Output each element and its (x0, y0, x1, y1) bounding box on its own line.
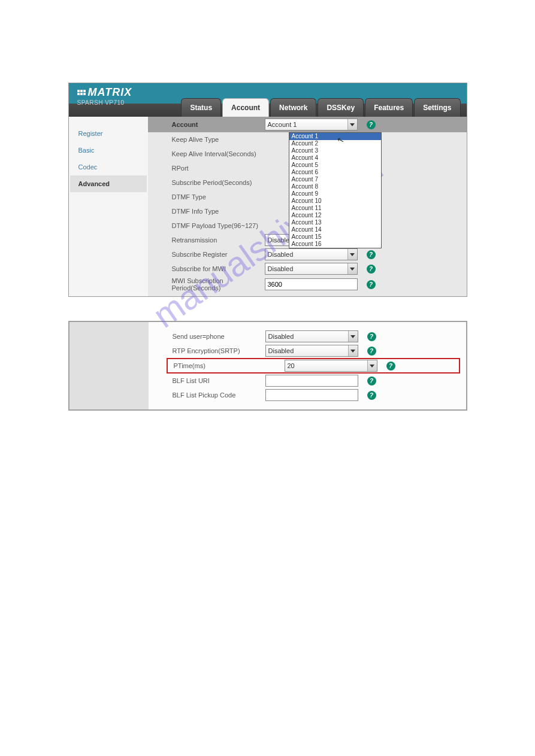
field-label: DTMF Payload Type(96~127) (148, 222, 265, 229)
blf-pickup-input[interactable] (265, 389, 358, 401)
row-subscribe-mwi: Subscribe for MWI Disabled ? (148, 262, 467, 276)
chevron-down-icon (348, 331, 358, 342)
field-label: Subscribe Register (148, 251, 265, 258)
dropdown-option[interactable]: Account 10 (289, 198, 381, 205)
dropdown-option[interactable]: Account 8 (289, 183, 381, 190)
blf-uri-input[interactable] (265, 375, 358, 387)
help-icon[interactable]: ? (367, 120, 376, 129)
subscribe-register-select[interactable]: Disabled (265, 248, 358, 260)
send-user-phone-select[interactable]: Disabled (265, 330, 358, 342)
admin-panel-top: MATRIX SPARSH VP710 Status Account Netwo… (68, 83, 467, 297)
field-label: BLF List URI (149, 377, 265, 384)
dropdown-option[interactable]: Account 5 (289, 162, 381, 169)
field-label: Retransmission (148, 236, 265, 244)
field-value: 20 (288, 362, 295, 369)
row-blf-list-uri: BLF List URI ? (149, 374, 466, 388)
main-tabs: Status Account Network DSSKey Features S… (181, 98, 460, 117)
sidebar-item-basic[interactable]: Basic (70, 142, 147, 159)
sidebar-item-advanced[interactable]: Advanced (70, 175, 147, 192)
tab-account[interactable]: Account (222, 98, 269, 117)
help-icon[interactable]: ? (367, 265, 376, 274)
field-label: Subscribe Period(Seconds) (148, 179, 265, 186)
dropdown-option[interactable]: Account 3 (289, 147, 381, 154)
help-icon[interactable]: ? (367, 332, 376, 341)
dropdown-option[interactable]: Account 14 (289, 226, 381, 233)
account-header-row: Account Account 1 ? (148, 117, 467, 132)
field-value: Disabled (268, 347, 294, 354)
row-ptime-highlighted: PTime(ms) 20 ? (167, 358, 460, 374)
chevron-down-icon (347, 119, 357, 130)
form-area: Account Account 1 ? Account 1 Account 2 … (148, 117, 467, 296)
brand-logo: MATRIX (77, 86, 132, 99)
header: MATRIX SPARSH VP710 Status Account Netwo… (69, 83, 467, 117)
dropdown-option[interactable]: Account 6 (289, 169, 381, 176)
help-icon[interactable]: ? (367, 391, 376, 400)
field-label: Subscribe for MWI (148, 265, 265, 272)
brand-text: MATRIX (88, 86, 132, 99)
sidebar-item-codec[interactable]: Codec (70, 159, 147, 175)
dropdown-option[interactable]: Account 16 (289, 241, 381, 248)
content-area: Register Basic Codec Advanced Account Ac… (69, 117, 467, 296)
account-select-value: Account 1 (268, 121, 297, 128)
dropdown-option[interactable]: Account 9 (289, 190, 381, 198)
field-label: RPort (148, 165, 265, 172)
account-select[interactable]: Account 1 (265, 119, 358, 130)
row-mwi-subscription-period: MWI Subscription Period(Seconds) ? (148, 276, 467, 293)
tab-network[interactable]: Network (270, 98, 316, 117)
dropdown-option[interactable]: Account 1 (289, 133, 381, 140)
panel2-left-gutter (69, 322, 149, 409)
field-label: MWI Subscription Period(Seconds) (148, 277, 265, 292)
account-header-label: Account (148, 121, 265, 128)
row-send-user-phone: Send user=phone Disabled ? (149, 329, 466, 344)
dropdown-option[interactable]: Account 12 (289, 212, 381, 219)
logo-area: MATRIX SPARSH VP710 (77, 86, 132, 106)
row-blf-pickup-code: BLF List Pickup Code ? (149, 388, 466, 402)
tab-status[interactable]: Status (181, 98, 221, 117)
help-icon[interactable]: ? (367, 250, 376, 259)
mwi-period-input[interactable] (265, 278, 358, 290)
rtp-encryption-select[interactable]: Disabled (265, 345, 358, 357)
dropdown-option[interactable]: Account 4 (289, 154, 381, 162)
field-label: PTime(ms) (168, 362, 285, 369)
chevron-down-icon (348, 345, 358, 356)
field-label: Keep Alive Type (148, 136, 265, 143)
tab-features[interactable]: Features (365, 98, 413, 117)
chevron-down-icon (367, 360, 377, 371)
dropdown-option[interactable]: Account 7 (289, 176, 381, 183)
row-rtp-encryption: RTP Encryption(SRTP) Disabled ? (149, 344, 466, 358)
logo-icon (77, 90, 86, 95)
help-icon[interactable]: ? (386, 362, 395, 371)
help-icon[interactable]: ? (367, 377, 376, 385)
field-label: Keep Alive Interval(Seconds) (148, 150, 265, 157)
help-icon[interactable]: ? (367, 347, 376, 356)
field-label: Send user=phone (149, 333, 265, 340)
dropdown-option[interactable]: Account 13 (289, 219, 381, 226)
help-icon[interactable]: ? (367, 280, 376, 289)
dropdown-option[interactable]: Account 2 (289, 140, 381, 147)
field-label: BLF List Pickup Code (149, 391, 265, 399)
tab-dsskey[interactable]: DSSKey (318, 98, 364, 117)
account-dropdown-list[interactable]: Account 1 Account 2 Account 3 Account 4 … (289, 132, 382, 248)
ptime-select[interactable]: 20 (285, 360, 377, 372)
panel2-form: Send user=phone Disabled ? RTP Encryptio… (149, 322, 466, 409)
sidebar-item-register[interactable]: Register (70, 125, 147, 142)
field-value: Disabled (268, 251, 294, 258)
field-label: DTMF Type (148, 193, 265, 201)
dropdown-option[interactable]: Account 15 (289, 233, 381, 241)
dropdown-option[interactable]: Account 11 (289, 205, 381, 212)
field-label: DTMF Info Type (148, 208, 265, 215)
row-subscribe-register: Subscribe Register Disabled ? (148, 247, 467, 262)
field-value: Disabled (268, 333, 294, 340)
field-value: Disabled (268, 265, 294, 272)
tab-settings[interactable]: Settings (414, 98, 460, 117)
sidebar: Register Basic Codec Advanced (69, 117, 148, 296)
product-name: SPARSH VP710 (77, 99, 132, 106)
subscribe-mwi-select[interactable]: Disabled (265, 263, 358, 275)
admin-panel-bottom: Send user=phone Disabled ? RTP Encryptio… (68, 321, 467, 411)
chevron-down-icon (347, 263, 357, 274)
field-label: RTP Encryption(SRTP) (149, 347, 265, 354)
chevron-down-icon (347, 249, 357, 260)
